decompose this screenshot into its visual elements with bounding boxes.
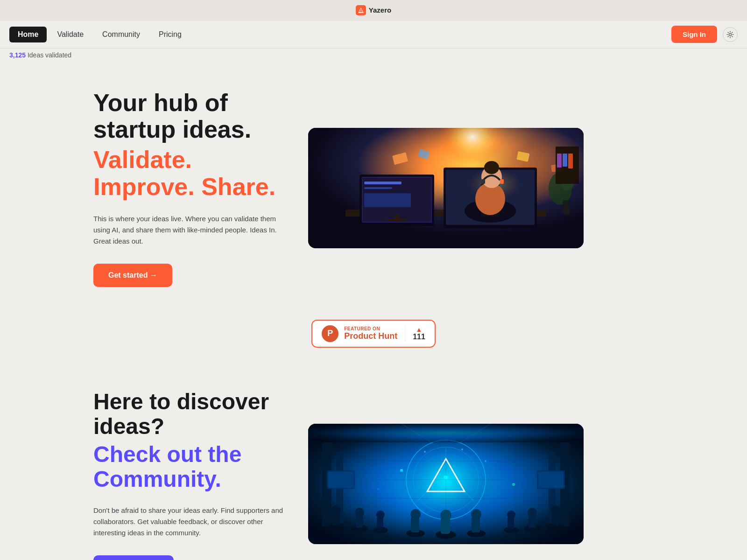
hero-description: This is where your ideas live. Where you… xyxy=(93,213,289,247)
nav: Home Validate Community Pricing Sign In xyxy=(0,21,747,49)
svg-point-68 xyxy=(551,505,560,515)
top-bar: Yazero xyxy=(0,0,747,21)
nav-home[interactable]: Home xyxy=(9,27,47,42)
community-button[interactable]: Community → xyxy=(93,555,174,560)
svg-point-62 xyxy=(355,508,364,517)
svg-rect-34 xyxy=(481,179,485,184)
svg-rect-11 xyxy=(364,193,411,207)
svg-point-77 xyxy=(410,509,421,519)
nav-left: Home Validate Community Pricing xyxy=(9,27,190,42)
svg-rect-31 xyxy=(557,154,562,168)
community-description: Don't be afraid to share your ideas earl… xyxy=(93,505,289,539)
nav-right: Sign In xyxy=(671,26,738,43)
svg-point-80 xyxy=(440,510,451,521)
hero-right xyxy=(308,128,654,248)
svg-point-88 xyxy=(424,451,426,453)
svg-point-59 xyxy=(331,505,341,515)
ph-featured-label: FEATURED ON xyxy=(344,326,397,331)
ph-count: ▲ 111 xyxy=(405,326,425,341)
hero-section: Your hub of startup ideas. Validate. Imp… xyxy=(75,62,672,306)
svg-point-85 xyxy=(485,460,486,462)
nav-validate[interactable]: Validate xyxy=(49,27,92,42)
product-hunt-badge[interactable]: P FEATURED ON Product Hunt ▲ 111 xyxy=(311,320,436,348)
ph-letter: P xyxy=(327,329,333,338)
svg-point-86 xyxy=(377,488,379,490)
svg-rect-10 xyxy=(364,187,392,189)
community-image xyxy=(308,424,584,544)
ph-name: Product Hunt xyxy=(344,331,397,341)
hero-subtitle: Validate. Improve. Share. xyxy=(93,147,289,200)
svg-rect-96 xyxy=(538,472,564,488)
ideas-counter: 3,125 Ideas validated xyxy=(0,49,747,62)
hero-image xyxy=(308,128,584,248)
svg-rect-33 xyxy=(568,154,573,168)
hero-left: Your hub of startup ideas. Validate. Imp… xyxy=(93,90,289,287)
ph-number: 111 xyxy=(413,333,425,341)
community-section: Here to discover ideas? Check out the Co… xyxy=(75,371,672,560)
community-title: Here to discover ideas? xyxy=(93,390,289,439)
sign-in-button[interactable]: Sign In xyxy=(671,26,717,43)
svg-rect-90 xyxy=(308,424,584,442)
logo: Yazero xyxy=(356,5,391,15)
svg-rect-12 xyxy=(395,214,399,220)
community-subtitle: Check out the Community. xyxy=(93,442,289,492)
ideas-count: 3,125 xyxy=(9,51,26,59)
get-started-button[interactable]: Get started → xyxy=(93,264,172,287)
product-hunt-icon: P xyxy=(322,325,338,342)
svg-rect-13 xyxy=(388,219,406,221)
svg-rect-32 xyxy=(563,154,567,167)
nav-community[interactable]: Community xyxy=(94,27,148,42)
svg-point-84 xyxy=(400,469,403,472)
svg-point-89 xyxy=(461,448,463,450)
logo-icon xyxy=(356,5,366,15)
product-hunt-section: P FEATURED ON Product Hunt ▲ 111 xyxy=(0,306,747,371)
svg-rect-29 xyxy=(563,200,570,214)
svg-point-87 xyxy=(512,483,515,486)
svg-rect-35 xyxy=(500,179,504,184)
svg-rect-94 xyxy=(328,472,353,488)
svg-point-83 xyxy=(471,509,481,519)
community-left: Here to discover ideas? Check out the Co… xyxy=(93,390,289,560)
settings-icon[interactable] xyxy=(723,27,738,42)
svg-point-74 xyxy=(507,511,515,519)
ph-arrow-icon: ▲ xyxy=(416,326,423,333)
svg-point-65 xyxy=(376,511,385,519)
community-right xyxy=(308,424,654,544)
svg-point-26 xyxy=(488,161,495,169)
ideas-suffix: Ideas validated xyxy=(26,51,71,59)
logo-text: Yazero xyxy=(369,6,391,14)
svg-point-71 xyxy=(528,508,537,517)
nav-pricing[interactable]: Pricing xyxy=(150,27,190,42)
svg-point-2 xyxy=(729,33,732,35)
svg-rect-9 xyxy=(364,182,402,184)
hero-title: Your hub of startup ideas. xyxy=(93,90,289,143)
ph-text: FEATURED ON Product Hunt xyxy=(344,326,397,341)
